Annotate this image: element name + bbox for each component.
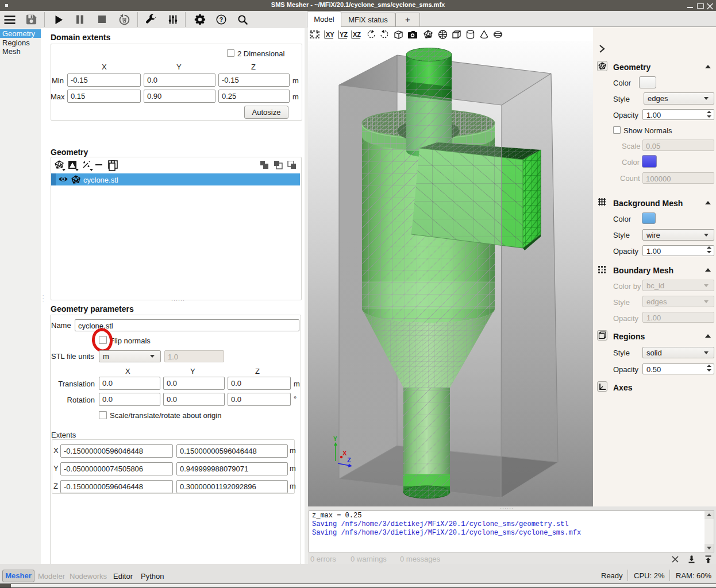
svg-text:Y: Y <box>333 436 337 442</box>
svg-text:XZ: XZ <box>353 31 361 38</box>
svg-text:X: X <box>342 450 347 457</box>
svg-text:XY: XY <box>326 31 334 38</box>
svg-text:Z: Z <box>347 457 351 463</box>
svg-text:?: ? <box>220 16 223 23</box>
svg-text:YZ: YZ <box>340 31 348 38</box>
